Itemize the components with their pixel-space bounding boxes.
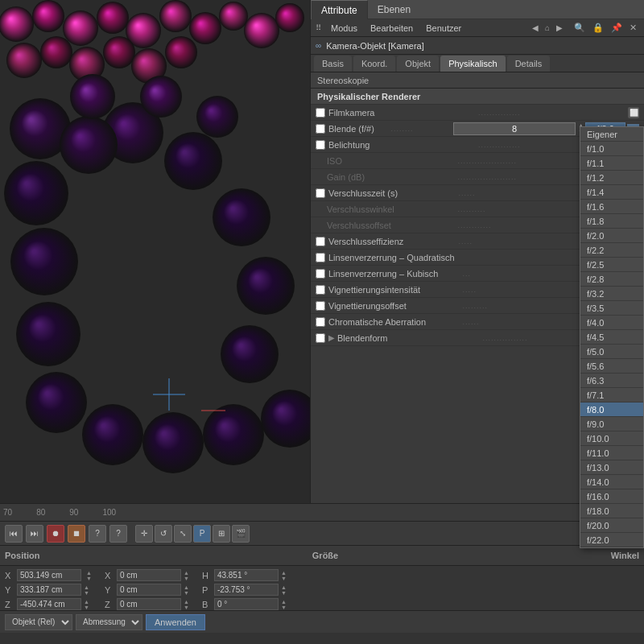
chrom-checkbox[interactable]	[316, 317, 325, 327]
pos-x-input[interactable]	[17, 569, 81, 581]
dropdown-item[interactable]: f/3.5	[580, 301, 643, 316]
angle-p-input[interactable]	[214, 584, 279, 596]
pos-z-stepper[interactable]: ▲▼	[84, 599, 89, 610]
menu-bearbeiten[interactable]: Bearbeiten	[365, 22, 418, 35]
lock-icon[interactable]: 🔒	[590, 22, 606, 34]
angle-h-input[interactable]	[214, 569, 279, 581]
dropdown-item[interactable]: f/3.2	[580, 287, 643, 301]
dropdown-item[interactable]: f/10.0	[580, 431, 643, 446]
subtab-basis[interactable]: Basis	[314, 56, 352, 72]
dropdown-menu[interactable]: Eigenerf/1.0f/1.1f/1.2f/1.4f/1.6f/1.8f/2…	[580, 126, 644, 503]
menu-benutzer[interactable]: Benutzer	[421, 22, 466, 35]
angle-b-stepper[interactable]: ▲▼	[281, 599, 287, 610]
nav-house-icon[interactable]: ⌂	[543, 23, 552, 33]
dropdown-item[interactable]: Eigener	[580, 127, 643, 142]
btn-help[interactable]: ?	[109, 525, 127, 543]
angle-p-stepper[interactable]: ▲▼	[281, 584, 287, 596]
dropdown-item[interactable]: f/9.0	[580, 417, 643, 431]
vignet-int-checkbox[interactable]	[316, 285, 325, 295]
dropdown-item[interactable]: f/2.0	[580, 229, 643, 243]
verschlusszeit-checkbox[interactable]	[316, 188, 325, 198]
belichtung-checkbox[interactable]	[316, 140, 325, 150]
btn-go-start[interactable]: ⏮	[5, 525, 23, 543]
size-y-stepper[interactable]: ▲▼	[184, 584, 189, 596]
dropdown-item[interactable]: f/4.0	[580, 316, 643, 330]
filmkamera-checkbox[interactable]	[316, 108, 325, 118]
dropdown-item[interactable]: f/1.1	[580, 156, 643, 171]
timeline-nums: 70 80 90 100	[3, 508, 603, 517]
dropdown-item[interactable]: f/11.0	[580, 446, 643, 460]
dropdown-item[interactable]: f/2.8	[580, 272, 643, 287]
verschlussoffset-dots: ............	[458, 221, 589, 229]
tool-blue[interactable]: P	[193, 525, 211, 543]
nav-right-icon[interactable]: ▶	[554, 23, 565, 33]
dropdown-item[interactable]: f/6.3	[580, 374, 643, 388]
belichtung-label: Belichtung	[328, 140, 478, 150]
filmkamera-toggle[interactable]: ⬜	[628, 107, 639, 118]
tab-attribute[interactable]: Attribute	[311, 0, 368, 19]
tool-move[interactable]: ✛	[135, 525, 153, 543]
dropdown-item[interactable]: f/1.6	[580, 200, 643, 214]
blende-dots: ........	[391, 125, 454, 133]
blende-input[interactable]	[453, 122, 576, 135]
nav-left-icon[interactable]: ◀	[530, 23, 541, 33]
btn-stop[interactable]: ⏹	[68, 525, 85, 543]
blendenform-expand[interactable]: ▶	[328, 333, 335, 342]
subtab-physikalisch[interactable]: Physikalisch	[440, 56, 506, 72]
stereo-row[interactable]: Stereoskopie	[311, 72, 644, 89]
dropdown-item[interactable]: f/2.2	[580, 243, 643, 258]
pos-x-stepper[interactable]: ▲▼	[86, 570, 92, 581]
chrom-dots: ......	[463, 318, 597, 326]
size-x-stepper[interactable]: ▲▼	[184, 570, 189, 581]
size-z-stepper[interactable]: ▲▼	[184, 599, 189, 610]
dropdown-item[interactable]: f/16.0	[580, 489, 643, 503]
dropdown-item[interactable]: f/1.8	[580, 214, 643, 229]
vignet-off-checkbox[interactable]	[316, 301, 325, 311]
dropdown-item[interactable]: f/13.0	[580, 460, 643, 475]
tool-scale[interactable]: ⤡	[174, 525, 192, 543]
angle-h-stepper[interactable]: ▲▼	[281, 570, 287, 581]
dropdown-item[interactable]: f/7.1	[580, 388, 643, 402]
blendenform-checkbox[interactable]	[316, 333, 325, 343]
size-x-input[interactable]	[117, 569, 181, 581]
dropdown-item[interactable]: f/1.2	[580, 171, 643, 185]
btn-record[interactable]: ⏺	[47, 525, 64, 543]
dropdown-item[interactable]: f/1.4	[580, 185, 643, 200]
tool-anim[interactable]: 🎬	[232, 525, 250, 543]
tool-rotate[interactable]: ↺	[155, 525, 172, 543]
tool-grid[interactable]: ⊞	[213, 525, 230, 543]
object-title: Kamera-Objekt [Kamera]	[326, 41, 424, 51]
subtab-objekt[interactable]: Objekt	[397, 56, 439, 72]
linsen-quad-checkbox[interactable]	[316, 253, 325, 262]
abmessung-select[interactable]: Abmessung	[76, 614, 142, 630]
angle-b-input[interactable]	[214, 598, 279, 610]
menu-modus[interactable]: Modus	[326, 22, 362, 35]
linsen-kub-checkbox[interactable]	[316, 269, 325, 279]
pos-y-stepper[interactable]: ▲▼	[84, 584, 89, 596]
dropdown-item[interactable]: f/4.5	[580, 330, 643, 345]
subtab-details[interactable]: Details	[507, 56, 551, 72]
dropdown-item[interactable]: f/2.5	[580, 258, 643, 272]
subtab-koord[interactable]: Koord.	[353, 56, 395, 72]
pos-y-input[interactable]	[17, 584, 81, 596]
dropdown-item[interactable]: f/5.6	[580, 359, 643, 374]
verschlusseffizienz-checkbox[interactable]	[316, 237, 325, 246]
size-y-input[interactable]	[117, 584, 181, 596]
dropdown-item[interactable]: f/1.0	[580, 142, 643, 156]
close-icon[interactable]: ✕	[627, 22, 639, 34]
dropdown-item[interactable]: f/14.0	[580, 475, 643, 489]
dropdown-item[interactable]: f/5.0	[580, 345, 643, 359]
dropdown-item[interactable]: f/8.0	[580, 402, 643, 417]
sub-tabs: Basis Koord. Objekt Physikalisch Details	[311, 55, 644, 72]
anwenden-button[interactable]: Anwenden	[146, 614, 205, 630]
size-z-input[interactable]	[117, 598, 181, 610]
tab-ebenen[interactable]: Ebenen	[368, 0, 420, 19]
btn-go-end[interactable]: ⏭	[26, 525, 43, 543]
timeline-mark-100: 100	[102, 508, 116, 517]
pin-icon[interactable]: 📌	[609, 22, 625, 34]
pos-z-input[interactable]	[17, 598, 81, 610]
search-icon[interactable]: 🔍	[572, 22, 588, 34]
blende-checkbox[interactable]	[316, 124, 325, 134]
obj-rel-select[interactable]: Objekt (Rel)	[5, 614, 72, 630]
btn-play-back[interactable]: ?	[89, 525, 106, 543]
